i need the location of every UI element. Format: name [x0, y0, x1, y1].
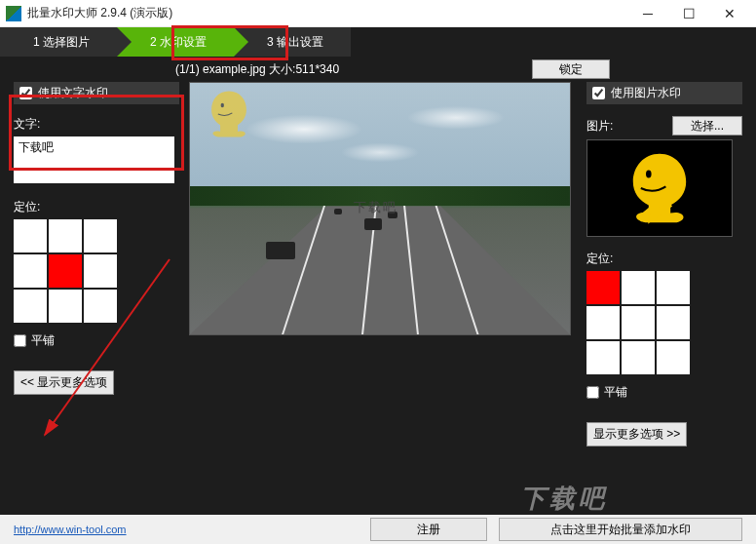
svg-point-0 [221, 103, 224, 107]
ipos-tr[interactable] [657, 271, 690, 304]
file-info: (1/1) example.jpg 大小:511*340 [175, 61, 339, 78]
text-pos-label: 定位: [14, 199, 179, 215]
ipos-mc[interactable] [622, 306, 655, 339]
start-batch-button[interactable]: 点击这里开始批量添加水印 [499, 518, 742, 541]
text-wm-checkbox[interactable] [19, 87, 32, 99]
img-label: 图片: [586, 118, 613, 135]
svg-point-1 [646, 171, 652, 178]
pos-bc[interactable] [49, 290, 82, 323]
ipos-mr[interactable] [657, 306, 690, 339]
minimize-button[interactable]: ─ [627, 2, 668, 25]
text-tile-label: 平铺 [31, 332, 55, 349]
pos-tr[interactable] [84, 219, 117, 253]
img-wm-checkbox[interactable] [592, 87, 605, 99]
pos-tl[interactable] [14, 219, 47, 253]
close-button[interactable]: ✕ [709, 2, 750, 25]
window-title: 批量水印大师 2.9.4 (演示版) [27, 5, 627, 21]
maximize-button[interactable]: ☐ [668, 2, 709, 25]
img-pos-label: 定位: [586, 251, 742, 267]
watermark-logo-overlay [202, 87, 256, 134]
step-1-label: 1 选择图片 [33, 35, 90, 49]
img-tile-row[interactable]: 平铺 [586, 384, 742, 401]
select-image-button[interactable]: 选择... [672, 116, 742, 136]
step-bar: 1 选择图片 2 水印设置 3 输出设置 [0, 27, 756, 57]
pos-tc[interactable] [49, 219, 82, 253]
image-watermark-panel: 使用图片水印 图片: 选择... 定位: 平铺 显示更多选项 >> [586, 82, 742, 447]
pos-ml[interactable] [14, 254, 47, 288]
ipos-br[interactable] [657, 341, 690, 374]
watermark-text-input[interactable] [14, 136, 174, 183]
watermark-image-thumbnail [586, 139, 733, 237]
step-1[interactable]: 1 选择图片 [0, 27, 117, 57]
step-2[interactable]: 2 水印设置 [117, 27, 234, 57]
step-2-label: 2 水印设置 [150, 35, 207, 49]
step-3[interactable]: 3 输出设置 [234, 27, 351, 57]
pos-br[interactable] [84, 290, 117, 323]
img-wm-toggle-label: 使用图片水印 [611, 85, 681, 101]
text-tile-row[interactable]: 平铺 [14, 332, 179, 349]
text-wm-toggle-label: 使用文字水印 [38, 85, 108, 101]
ipos-tc[interactable] [622, 271, 655, 304]
pos-mc[interactable] [49, 254, 82, 288]
app-icon [6, 6, 21, 21]
ipos-bl[interactable] [586, 341, 620, 374]
text-wm-toggle-row[interactable]: 使用文字水印 [14, 82, 179, 104]
register-button[interactable]: 注册 [370, 518, 487, 541]
ipos-bc[interactable] [622, 341, 655, 374]
ipos-ml[interactable] [586, 306, 620, 339]
watermark-text-overlay: 下载吧 [354, 199, 397, 216]
text-watermark-panel: 使用文字水印 文字: 定位: 平铺 << 显示更多选项 [14, 82, 179, 447]
img-wm-toggle-row[interactable]: 使用图片水印 [586, 82, 742, 104]
pos-bl[interactable] [14, 290, 47, 323]
img-tile-checkbox[interactable] [586, 386, 599, 399]
img-more-options-button[interactable]: 显示更多选项 >> [586, 422, 687, 447]
ipos-tl[interactable] [586, 271, 620, 304]
img-position-grid [586, 271, 742, 374]
text-label: 文字: [14, 116, 179, 133]
step-3-label: 3 输出设置 [267, 35, 323, 49]
text-tile-checkbox[interactable] [14, 334, 26, 347]
text-more-options-button[interactable]: << 显示更多选项 [14, 370, 114, 395]
preview-image: 下载吧 [189, 82, 571, 335]
img-tile-label: 平铺 [604, 384, 627, 401]
website-link[interactable]: http://www.win-tool.com [14, 524, 127, 535]
title-bar: 批量水印大师 2.9.4 (演示版) ─ ☐ ✕ [0, 0, 756, 27]
footer-bar: http://www.win-tool.com 注册 点击这里开始批量添加水印 [0, 515, 756, 544]
pos-mr[interactable] [84, 254, 117, 288]
text-position-grid [14, 219, 179, 323]
lock-button[interactable]: 锁定 [532, 59, 610, 79]
